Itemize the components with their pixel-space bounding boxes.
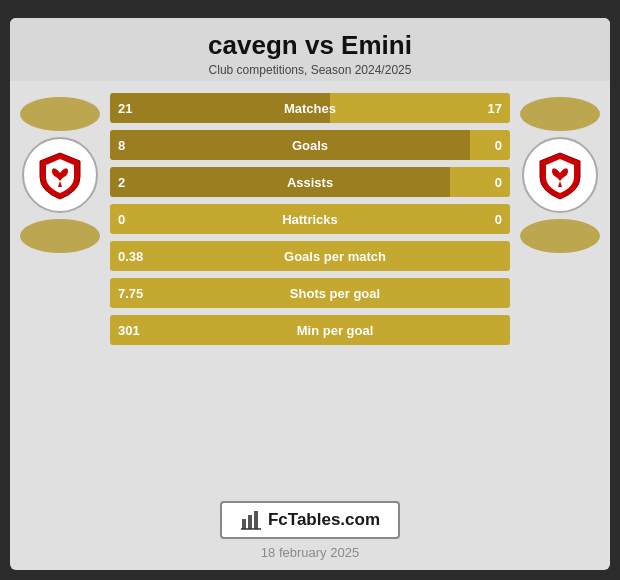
stat-value-shots-per-goal: 7.75 — [118, 286, 168, 301]
stat-row-min-per-goal: 301 Min per goal — [110, 315, 510, 345]
stat-left-hattricks: 0 — [118, 212, 146, 227]
stat-label-goals-per-match: Goals per match — [168, 249, 502, 264]
stat-label-hattricks: Hattricks — [146, 212, 474, 227]
page-container: cavegn vs Emini Club competitions, Seaso… — [0, 0, 620, 580]
page-title: cavegn vs Emini — [10, 30, 610, 61]
stat-row-matches: 21 Matches 17 — [110, 93, 510, 123]
stat-right-hattricks: 0 — [474, 212, 502, 227]
fctables-logo: FcTables.com — [220, 501, 400, 539]
stat-label-shots-per-goal: Shots per goal — [168, 286, 502, 301]
right-team-logo — [516, 93, 604, 253]
stat-left-goals: 8 — [118, 138, 146, 153]
stat-row-goals-per-match: 0.38 Goals per match — [110, 241, 510, 271]
stat-value-min-per-goal: 301 — [118, 323, 168, 338]
svg-rect-0 — [242, 519, 246, 529]
stat-row-shots-per-goal: 7.75 Shots per goal — [110, 278, 510, 308]
stat-right-matches: 17 — [474, 101, 502, 116]
stat-row-goals: 8 Goals 0 — [110, 130, 510, 160]
svg-rect-2 — [254, 511, 258, 529]
stat-left-matches: 21 — [118, 101, 146, 116]
stat-right-assists: 0 — [474, 175, 502, 190]
footer-date: 18 february 2025 — [261, 545, 359, 560]
svg-rect-1 — [248, 515, 252, 529]
fctables-text: FcTables.com — [268, 510, 380, 530]
left-team-logo — [16, 93, 104, 253]
chart-icon — [240, 509, 262, 531]
stat-left-assists: 2 — [118, 175, 146, 190]
stat-value-goals-per-match: 0.38 — [118, 249, 168, 264]
stat-row-hattricks: 0 Hattricks 0 — [110, 204, 510, 234]
stat-label-goals: Goals — [146, 138, 474, 153]
stat-label-matches: Matches — [146, 101, 474, 116]
stat-right-goals: 0 — [474, 138, 502, 153]
stat-row-assists: 2 Assists 0 — [110, 167, 510, 197]
stat-label-assists: Assists — [146, 175, 474, 190]
subtitle: Club competitions, Season 2024/2025 — [10, 63, 610, 77]
stat-label-min-per-goal: Min per goal — [168, 323, 502, 338]
